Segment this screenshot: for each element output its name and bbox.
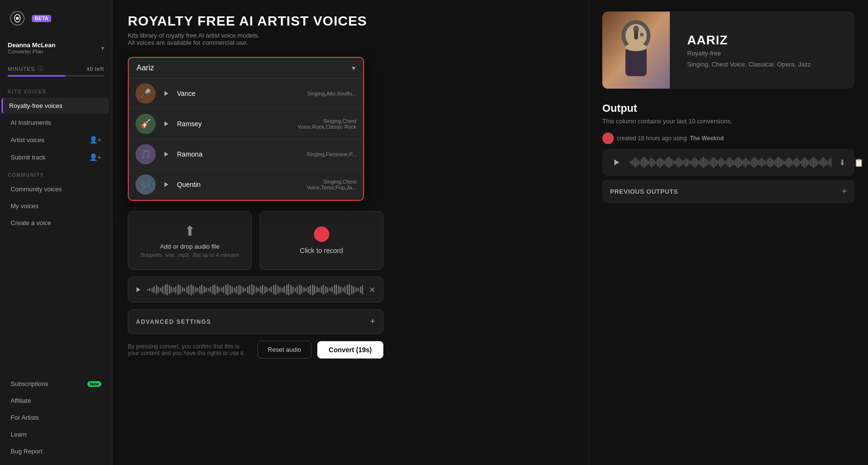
- output-wave-bar: [722, 159, 723, 166]
- output-wave-bar: [652, 159, 653, 167]
- wave-bar: [230, 285, 231, 294]
- create-a-voice-label: Create a voice: [11, 219, 51, 226]
- wave-bar: [234, 288, 235, 292]
- output-wave-bar: [716, 159, 717, 165]
- wave-bar: [273, 285, 274, 294]
- voice-list-item[interactable]: 🎸 Ramsey Singing,Chest Voice,Rock,Classi…: [129, 109, 363, 139]
- output-track-avatar: 🎵: [602, 133, 614, 144]
- wave-bar: [205, 288, 207, 292]
- voice-list-item[interactable]: 🎵 Ramona Singing,Feminine,P...: [129, 139, 363, 170]
- output-wave-bar: [739, 158, 740, 167]
- output-wave-bar: [725, 161, 726, 164]
- voice-play-button[interactable]: [161, 118, 172, 130]
- output-wave-bar: [629, 161, 630, 163]
- output-play-button[interactable]: [610, 156, 624, 169]
- output-wave-bar: [664, 160, 665, 164]
- wave-bar: [353, 286, 354, 293]
- voice-play-button[interactable]: [161, 148, 172, 160]
- output-wave-bar: [790, 158, 791, 167]
- output-wave-bar: [794, 159, 795, 166]
- sidebar-item-create-a-voice[interactable]: Create a voice: [3, 215, 109, 231]
- output-wave-bar: [787, 158, 788, 167]
- output-wave-bar: [712, 158, 713, 167]
- sidebar-item-subscriptions[interactable]: Subscriptions New: [3, 376, 109, 392]
- output-wave-bar: [665, 159, 666, 166]
- record-box[interactable]: Click to record: [259, 211, 383, 270]
- minutes-label: MINUTES ⓘ 40 left: [8, 65, 104, 72]
- wave-bar: [169, 285, 170, 294]
- advanced-settings-header[interactable]: ADVANCED SETTINGS +: [128, 309, 383, 334]
- learn-label: Learn: [11, 431, 27, 438]
- output-wave-bar: [788, 157, 789, 168]
- output-wave-bar: [676, 159, 677, 165]
- wave-bar: [310, 285, 311, 294]
- wave-bar: [253, 285, 255, 294]
- voice-name: Vance: [177, 90, 302, 97]
- save-button[interactable]: 📋: [852, 156, 866, 169]
- waveform-bar: ✕: [128, 277, 383, 303]
- sidebar-item-submit-track[interactable]: Submit track 👤+: [3, 149, 109, 165]
- output-wave-bar: [783, 160, 784, 165]
- wave-bar: [195, 287, 196, 292]
- output-wave-bar: [736, 158, 737, 167]
- download-button[interactable]: ⬇: [837, 156, 847, 169]
- sidebar-item-community-voices[interactable]: Community voices: [3, 181, 109, 197]
- wave-bar: [305, 288, 307, 292]
- voice-name: Ramsey: [177, 120, 274, 128]
- voice-list-item[interactable]: 🎤 Vance Singing,Alto,Soulfu...: [129, 79, 363, 109]
- output-wave-bar: [647, 159, 648, 165]
- output-wave-bar: [687, 159, 688, 166]
- voice-play-button[interactable]: [161, 88, 172, 99]
- wave-bar: [182, 287, 183, 292]
- output-wave-bar: [670, 158, 671, 167]
- output-wave-bar: [707, 160, 708, 165]
- upload-sublabel: Supports .wav, .mp3, .flac up to 4 minut…: [140, 252, 239, 258]
- output-wave-bar: [719, 159, 720, 166]
- sidebar-item-royalty-free-voices[interactable]: Royalty-free voices: [1, 98, 109, 114]
- wave-bar: [266, 287, 268, 292]
- sidebar-item-affiliate[interactable]: Affiliate: [3, 393, 109, 409]
- convert-button[interactable]: Convert (19s): [317, 341, 383, 359]
- output-wave-bar: [752, 158, 753, 167]
- wave-bar: [203, 286, 205, 293]
- output-wave-bar: [671, 159, 672, 166]
- output-actions: ⬇ 📋 🔗: [837, 156, 868, 169]
- output-wave-bar: [762, 159, 763, 166]
- output-waveform: [629, 157, 831, 168]
- voice-avatar: 🎤: [136, 83, 156, 104]
- sidebar-item-for-artists[interactable]: For Artists: [3, 410, 109, 425]
- output-wave-bar: [694, 157, 695, 168]
- output-wave-bar: [648, 160, 649, 164]
- output-wave-bar: [699, 160, 700, 164]
- output-wave-bar: [639, 161, 640, 164]
- output-wave-bar: [638, 160, 639, 165]
- play-icon: [164, 182, 168, 187]
- output-track: ⬇ 📋 🔗: [602, 149, 854, 176]
- wave-bar: [240, 286, 242, 294]
- waveform-close-button[interactable]: ✕: [369, 285, 375, 294]
- output-wave-bar: [720, 158, 721, 168]
- reset-audio-button[interactable]: Reset audio: [258, 341, 311, 359]
- upload-box[interactable]: ⬆ Add or drop audio file Supports .wav, …: [128, 211, 252, 270]
- output-wave-bar: [654, 160, 655, 165]
- user-section[interactable]: Deanna McLean Converter Plan ▾: [0, 37, 112, 59]
- voice-list-item[interactable]: 🎶 Quentin Singing,Chest Voice,Tenor,Pop,…: [129, 170, 363, 200]
- add-submit-icon[interactable]: 👤+: [89, 153, 101, 161]
- previous-outputs-section[interactable]: PREVIOUS OUTPUTS +: [602, 180, 854, 203]
- sidebar-item-ai-instruments[interactable]: AI Instruments: [3, 115, 109, 131]
- sidebar-item-my-voices[interactable]: My voices: [3, 198, 109, 214]
- output-wave-bar: [771, 159, 772, 167]
- output-wave-bar: [829, 159, 830, 166]
- output-wave-bar: [757, 159, 758, 165]
- wave-bar: [156, 285, 157, 294]
- page-subtitle: Kits library of royalty free AI artist v…: [128, 32, 573, 46]
- output-wave-bar: [706, 159, 707, 166]
- dropdown-header[interactable]: Aariz ▾: [129, 58, 363, 79]
- sidebar-item-learn[interactable]: Learn: [3, 426, 109, 442]
- wave-bar: [225, 285, 227, 294]
- add-artist-voice-icon[interactable]: 👤+: [89, 136, 101, 144]
- voice-play-button[interactable]: [161, 179, 172, 190]
- sidebar-item-bug-report[interactable]: Bug Report: [3, 443, 109, 459]
- sidebar-item-artist-voices[interactable]: Artist voices 👤+: [3, 132, 109, 148]
- waveform-play-button[interactable]: [136, 284, 141, 295]
